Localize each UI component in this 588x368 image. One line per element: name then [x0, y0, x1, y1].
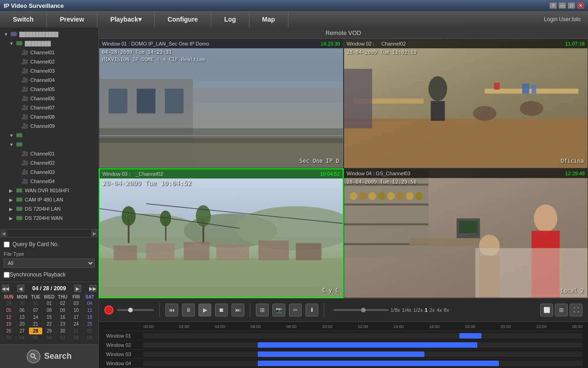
- menu-log[interactable]: Log: [211, 11, 249, 28]
- tree-dvr3[interactable]: ▼: [0, 140, 98, 149]
- tree-ch8[interactable]: 🎥 Channel08: [0, 112, 98, 121]
- cal-day[interactable]: 29: [2, 300, 15, 307]
- download-button[interactable]: ⬇: [305, 304, 318, 316]
- cal-day[interactable]: 25: [83, 321, 96, 328]
- tree-ch2[interactable]: 🎥 Channel02: [0, 57, 98, 66]
- tree-wan-dvr[interactable]: ▶ WAN DVR 8016HFI: [0, 186, 98, 195]
- cal-day[interactable]: 30: [15, 300, 28, 307]
- cal-day[interactable]: 12: [2, 314, 15, 321]
- next-frame-button[interactable]: ⏭: [232, 304, 244, 316]
- tree-ch4b[interactable]: 🎥 Channel04: [0, 177, 98, 186]
- cal-day[interactable]: 21: [29, 321, 42, 328]
- cal-day[interactable]: 30: [56, 328, 69, 334]
- tree-ch1[interactable]: 🎥 Channel01: [0, 48, 98, 57]
- cal-day[interactable]: 05: [2, 307, 15, 314]
- video-cell-3[interactable]: Window 03 : _Channel02 10:04:52: [99, 168, 344, 298]
- cal-day[interactable]: 01: [69, 328, 83, 334]
- cal-next-next-button[interactable]: ▶▶: [89, 285, 96, 292]
- video-cell-1[interactable]: Window 01 : DOMO IP_LAN_Sec One IP Domo …: [99, 39, 344, 168]
- cal-day[interactable]: 20: [15, 321, 28, 328]
- cal-day[interactable]: 15: [42, 314, 56, 321]
- cal-day[interactable]: 26: [2, 328, 15, 334]
- cal-prev-button[interactable]: ◀: [17, 285, 24, 292]
- layout-1x1-button[interactable]: ⬜: [540, 304, 553, 316]
- layout-2x2-button[interactable]: ⊞: [555, 304, 568, 316]
- cal-day[interactable]: 24: [69, 321, 83, 328]
- sync-playback-checkbox[interactable]: [4, 272, 10, 278]
- tree-ch6[interactable]: 🎥 Channel06: [0, 94, 98, 103]
- cal-day[interactable]: 06: [42, 334, 56, 341]
- cal-day[interactable]: 11: [83, 307, 96, 314]
- tree-ch1b[interactable]: 🎥 Channel01: [0, 149, 98, 158]
- menu-configure[interactable]: Configure: [155, 11, 211, 28]
- tree-group1[interactable]: ▼ ████████████: [0, 29, 98, 39]
- menu-map[interactable]: Map: [249, 11, 288, 28]
- cal-day[interactable]: 04: [15, 334, 28, 341]
- cal-prev-prev-button[interactable]: ◀◀: [2, 285, 9, 292]
- query-card-checkbox[interactable]: [4, 242, 10, 247]
- cal-day[interactable]: 17: [69, 314, 83, 321]
- cal-day[interactable]: 07: [29, 307, 42, 314]
- menu-switch[interactable]: Switch: [0, 11, 47, 28]
- tree-ch7[interactable]: 🎥 Channel07: [0, 103, 98, 112]
- stop-button[interactable]: ⏹: [215, 304, 228, 316]
- minimize-button[interactable]: —: [559, 2, 566, 9]
- cal-day[interactable]: 07: [56, 334, 69, 341]
- tree-ch5[interactable]: 🎥 Channel05: [0, 85, 98, 94]
- timeline-track-3[interactable]: [143, 351, 582, 357]
- cal-day[interactable]: 05: [29, 334, 42, 341]
- maximize-button[interactable]: □: [568, 2, 575, 9]
- tree-ch4[interactable]: 🎥 Channel04: [0, 75, 98, 85]
- speed-slider[interactable]: [334, 309, 389, 311]
- cal-day[interactable]: 18: [83, 314, 96, 321]
- tree-dvr1[interactable]: ▼ ████████: [0, 39, 98, 48]
- cal-next-button[interactable]: ▶: [74, 285, 81, 292]
- cal-day[interactable]: 19: [2, 321, 15, 328]
- tree-ch3[interactable]: 🎥 Channel03: [0, 66, 98, 75]
- cal-day[interactable]: 09: [56, 307, 69, 314]
- cal-day[interactable]: 16: [56, 314, 69, 321]
- tree-cam-ip[interactable]: ▶ CAM IP 480 LAN: [0, 195, 98, 204]
- cal-day[interactable]: 10: [69, 307, 83, 314]
- help-button[interactable]: ?: [549, 2, 557, 9]
- close-button[interactable]: ✕: [577, 2, 584, 9]
- snapshot-button[interactable]: 📷: [272, 304, 285, 316]
- cal-day[interactable]: 14: [29, 314, 42, 321]
- menu-playback[interactable]: Playback▾: [97, 11, 155, 28]
- cal-day[interactable]: 08: [69, 334, 83, 341]
- cal-day[interactable]: 13: [15, 314, 28, 321]
- timeline-track-1[interactable]: [143, 333, 582, 339]
- layout-grid-button[interactable]: ⊞: [256, 304, 269, 316]
- speed-1x8[interactable]: 1/8x: [390, 307, 400, 313]
- speed-2x[interactable]: 2x: [430, 307, 435, 313]
- cal-day[interactable]: 03: [69, 300, 83, 307]
- pause-button[interactable]: ⏸: [182, 304, 195, 316]
- menu-preview[interactable]: Preview: [47, 11, 97, 28]
- speed-4x[interactable]: 4x: [436, 307, 442, 313]
- cal-day[interactable]: 03: [2, 334, 15, 341]
- tree-ch3b[interactable]: 🎥 Channel03: [0, 167, 98, 177]
- cal-day[interactable]: 09: [83, 334, 96, 341]
- tree-ch2b[interactable]: 🎥 Channel02: [0, 158, 98, 167]
- cal-day[interactable]: 06: [15, 307, 28, 314]
- cal-day[interactable]: 23: [56, 321, 69, 328]
- tree-ch9[interactable]: 🎥 Channel09: [0, 121, 98, 131]
- tree-dvr2[interactable]: ▼: [0, 131, 98, 140]
- play-button[interactable]: ▶: [198, 304, 211, 316]
- speed-8x[interactable]: 8x: [444, 307, 449, 313]
- cal-day[interactable]: 31: [29, 300, 42, 307]
- scroll-left-button[interactable]: ◀: [0, 230, 7, 237]
- clip-button[interactable]: ✂: [289, 304, 302, 316]
- prev-frame-button[interactable]: ⏮: [165, 304, 178, 316]
- video-cell-2[interactable]: Window 02 : Channel02 11:07:18: [344, 39, 588, 168]
- cal-day-today[interactable]: 28: [29, 328, 42, 334]
- cal-day[interactable]: 08: [42, 307, 56, 314]
- volume-slider[interactable]: [117, 309, 154, 311]
- cal-day[interactable]: 29: [42, 328, 56, 334]
- tree-ds7204-lan[interactable]: ▶ DS 7204HI LAN: [0, 204, 98, 213]
- timeline-track-2[interactable]: [143, 342, 582, 348]
- timeline-track-4[interactable]: [143, 361, 582, 366]
- speed-1[interactable]: 1: [424, 307, 427, 313]
- speed-1x2[interactable]: 1/2x: [413, 307, 423, 313]
- file-type-select[interactable]: All Normal Alarm: [4, 259, 95, 268]
